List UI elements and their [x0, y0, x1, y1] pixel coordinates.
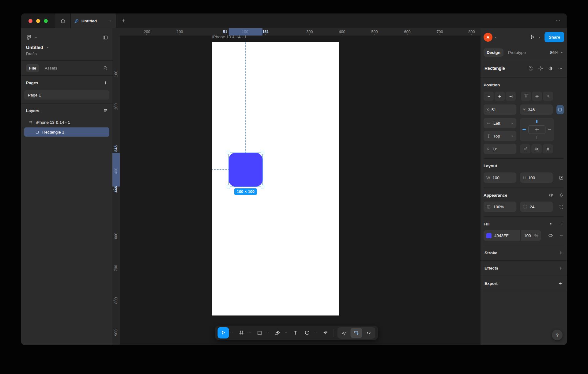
- fill-hex-value: 4943FF: [494, 233, 509, 238]
- comment-tool-menu-chevron[interactable]: [313, 327, 318, 338]
- frame-tool-button[interactable]: [236, 327, 247, 338]
- y-value: 346: [528, 108, 535, 112]
- mask-icon[interactable]: [548, 66, 553, 71]
- component-icon[interactable]: [538, 66, 543, 71]
- move-tool-button[interactable]: [218, 327, 229, 338]
- search-button[interactable]: [103, 65, 108, 71]
- share-button[interactable]: Share: [545, 32, 564, 42]
- edit-properties-icon[interactable]: [528, 66, 533, 71]
- add-stroke-button[interactable]: [558, 250, 563, 255]
- measure-tool-button[interactable]: [351, 328, 362, 338]
- fill-color-input[interactable]: 4943FF: [484, 230, 520, 241]
- constraint-left-pin[interactable]: [522, 129, 526, 130]
- add-page-button[interactable]: [103, 80, 108, 85]
- layer-list-options-icon[interactable]: [103, 108, 108, 113]
- move-tool-menu-chevron[interactable]: [229, 327, 234, 338]
- independent-corners-button[interactable]: [559, 204, 564, 209]
- file-tab[interactable]: Untitled: [71, 13, 116, 28]
- visibility-eye-icon[interactable]: [548, 192, 554, 198]
- width-label: W: [486, 176, 490, 180]
- add-effect-button[interactable]: [558, 266, 563, 271]
- ruler-tick: [179, 34, 179, 35]
- height-input[interactable]: H 100: [520, 172, 553, 183]
- y-position-input[interactable]: Y 346: [520, 104, 553, 115]
- help-button[interactable]: ?: [552, 330, 563, 340]
- flip-vertical-button[interactable]: [543, 144, 553, 153]
- zoom-window-button[interactable]: [44, 19, 48, 23]
- window-menu-button[interactable]: [549, 13, 567, 28]
- horizontal-constraint-select[interactable]: Left: [484, 118, 516, 128]
- main-menu-button[interactable]: [26, 34, 37, 40]
- align-left-button[interactable]: [484, 92, 494, 101]
- home-button[interactable]: [55, 13, 71, 28]
- rotate-90-button[interactable]: [520, 144, 530, 153]
- present-button[interactable]: [529, 34, 535, 40]
- page-item[interactable]: Page 1: [24, 90, 109, 100]
- close-tab-icon[interactable]: [108, 19, 112, 23]
- styles-icon[interactable]: [549, 222, 554, 227]
- constraint-bottom-pin[interactable]: [537, 136, 537, 139]
- resize-handle-bottom-right[interactable]: [261, 185, 264, 188]
- tab-design[interactable]: Design: [484, 48, 503, 57]
- comment-tool-button[interactable]: [302, 327, 313, 338]
- avatar[interactable]: A: [484, 33, 492, 42]
- pen-tool-button[interactable]: [272, 327, 283, 338]
- width-input[interactable]: W 100: [484, 172, 516, 183]
- toggle-sidebar-button[interactable]: [102, 35, 108, 40]
- blend-droplet-icon[interactable]: [559, 193, 564, 198]
- fill-visibility-eye-icon[interactable]: [548, 233, 553, 238]
- close-window-button[interactable]: [28, 19, 32, 23]
- position-header: Position: [484, 83, 500, 87]
- fill-opacity-input[interactable]: 100 %: [521, 230, 541, 241]
- align-top-button[interactable]: [521, 92, 531, 101]
- zoom-menu[interactable]: 86%: [550, 50, 563, 55]
- present-menu-chevron[interactable]: [538, 36, 541, 39]
- annotate-tool-button[interactable]: [338, 328, 350, 338]
- align-vertical-center-button[interactable]: [532, 92, 542, 101]
- new-tab-button[interactable]: [116, 13, 131, 28]
- resize-handle-top-right[interactable]: [261, 151, 264, 154]
- resize-handle-top-left[interactable]: [227, 151, 230, 154]
- layer-item-frame[interactable]: iPhone 13 & 14 - 1: [21, 118, 112, 127]
- dev-mode-code-button[interactable]: [363, 328, 375, 338]
- tab-prototype[interactable]: Prototype: [508, 50, 526, 55]
- corner-radius-input[interactable]: 24: [520, 202, 553, 212]
- account-menu-chevron[interactable]: [494, 36, 497, 39]
- selection-title: Rectangle: [484, 66, 505, 71]
- constraint-top-pin[interactable]: [536, 120, 537, 123]
- remove-fill-button[interactable]: [559, 233, 564, 238]
- x-value: 51: [492, 108, 496, 112]
- text-tool-button[interactable]: [290, 327, 301, 338]
- add-export-button[interactable]: [558, 281, 563, 286]
- constraints-widget[interactable]: [520, 118, 554, 141]
- constraint-right-pin[interactable]: [548, 129, 551, 130]
- ruler-tick: [113, 189, 114, 190]
- fill-color-swatch[interactable]: [486, 233, 492, 238]
- layer-item-rectangle-selected[interactable]: Rectangle 1: [24, 127, 109, 137]
- project-name-menu[interactable]: Untitled: [21, 43, 112, 50]
- ruler-tick: [113, 149, 114, 149]
- constrain-proportions-button[interactable]: [559, 175, 564, 180]
- minimize-window-button[interactable]: [36, 19, 40, 23]
- pen-tool-menu-chevron[interactable]: [284, 327, 288, 338]
- tab-assets[interactable]: Assets: [45, 66, 57, 70]
- shape-tool-button[interactable]: [254, 327, 265, 338]
- absolute-position-toggle[interactable]: [556, 105, 564, 114]
- align-right-button[interactable]: [506, 92, 516, 101]
- align-horizontal-center-button[interactable]: [495, 92, 505, 101]
- canvas[interactable]: iPhone 13 & 14 - 1 100 × 100 -200-100511…: [112, 28, 481, 345]
- x-position-input[interactable]: X 51: [484, 104, 516, 115]
- actions-tool-button[interactable]: [320, 327, 331, 338]
- rotation-input[interactable]: 0°: [484, 144, 516, 154]
- shape-tool-menu-chevron[interactable]: [266, 327, 270, 338]
- more-options-icon[interactable]: [558, 66, 563, 71]
- add-fill-button[interactable]: [559, 221, 564, 227]
- flip-horizontal-button[interactable]: [531, 144, 542, 153]
- opacity-input[interactable]: 100%: [484, 202, 516, 212]
- tab-file[interactable]: File: [26, 64, 39, 72]
- align-bottom-button[interactable]: [543, 92, 553, 101]
- ruler-left-label: 700: [114, 264, 118, 272]
- vertical-constraint-select[interactable]: Top: [484, 131, 516, 141]
- resize-handle-bottom-left[interactable]: [227, 185, 230, 188]
- frame-tool-menu-chevron[interactable]: [247, 327, 252, 338]
